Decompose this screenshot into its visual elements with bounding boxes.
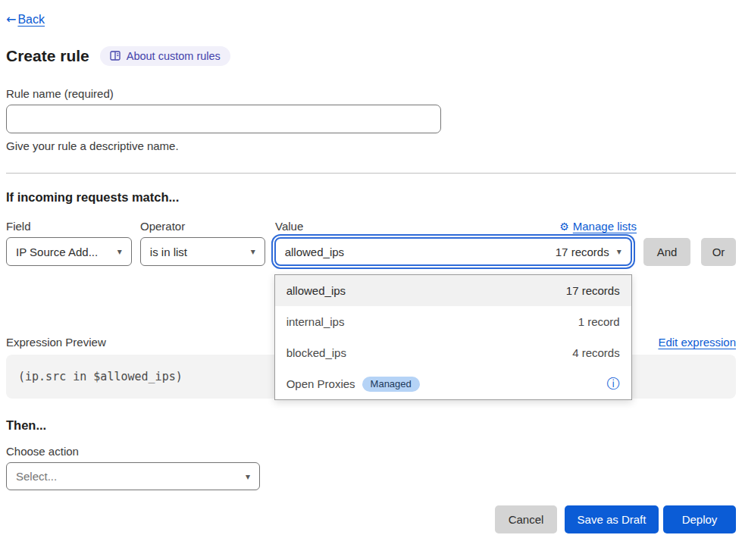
value-label: Value [275,220,303,233]
about-custom-rules-label: About custom rules [127,50,221,62]
operator-select-value: is in list [150,246,187,258]
list-item-internal-ips[interactable]: internal_ips 1 record [275,306,631,337]
match-controls-row: IP Source Add... ▾ is in list ▾ allowed_… [6,237,736,266]
back-link-row: ←Back [6,12,736,27]
list-item-open-proxies[interactable]: Open Proxies Managed ⓘ [275,368,631,399]
ip-list-dropdown: allowed_ips 17 records internal_ips 1 re… [274,274,632,400]
or-button[interactable]: Or [701,238,736,266]
managed-badge: Managed [362,377,420,392]
value-select-meta: 17 records [556,246,609,258]
about-custom-rules-link[interactable]: About custom rules [100,46,230,66]
and-button[interactable]: And [643,238,690,266]
back-arrow-icon: ← [6,12,16,27]
section-divider [6,173,736,174]
list-item-allowed-ips[interactable]: allowed_ips 17 records [275,275,631,306]
chevron-down-icon: ▾ [246,471,250,482]
gear-icon: ⚙ [559,221,569,233]
deploy-button[interactable]: Deploy [663,505,736,533]
list-item-blocked-ips[interactable]: blocked_ips 4 records [275,337,631,368]
save-as-draft-button[interactable]: Save as Draft [565,505,659,533]
rule-name-input[interactable] [6,105,441,133]
rule-name-helper: Give your rule a descriptive name. [6,139,736,152]
list-item-name: Open Proxies [286,377,355,390]
operator-label: Operator [140,220,265,233]
action-select[interactable]: Select... ▾ [6,462,260,490]
field-label: Field [6,220,132,233]
operator-select[interactable]: is in list ▾ [140,237,265,266]
manage-lists-link[interactable]: ⚙Manage lists [559,220,637,233]
title-row: Create rule About custom rules [6,46,736,66]
action-select-placeholder: Select... [16,470,57,483]
list-item-meta: 4 records [572,346,620,359]
list-item-name: allowed_ips [286,284,346,297]
list-item-name: blocked_ips [286,346,346,359]
value-select-value: allowed_ips [285,246,344,258]
list-item-name: internal_ips [286,315,345,328]
expression-code: (ip.src in $allowed_ips) [18,370,183,383]
back-link-label: Back [17,13,45,26]
field-select-value: IP Source Add... [16,246,98,258]
expression-preview-label: Expression Preview [6,336,106,349]
footer-actions: Cancel Save as Draft Deploy [6,505,736,533]
match-section-heading: If incoming requests match... [6,190,736,205]
manage-lists-label: Manage lists [573,220,637,233]
create-rule-page: ←Back Create rule About custom rules Rul… [0,0,742,533]
then-section-heading: Then... [6,418,736,433]
chevron-down-icon: ▾ [251,246,255,257]
chevron-down-icon: ▾ [117,246,122,257]
rule-name-label: Rule name (required) [6,87,736,100]
edit-expression-link[interactable]: Edit expression [658,336,736,349]
match-labels-row: Field Operator Value ⚙Manage lists [6,220,736,233]
chevron-down-icon: ▾ [617,246,621,257]
back-link[interactable]: ←Back [6,13,45,26]
field-select[interactable]: IP Source Add... ▾ [6,237,132,266]
value-select-wrap: allowed_ips 17 records ▾ allowed_ips 17 … [273,237,636,266]
page-title: Create rule [6,47,89,65]
list-item-meta: 17 records [566,284,620,297]
list-item-meta: 1 record [578,315,620,328]
info-icon[interactable]: ⓘ [607,375,620,393]
choose-action-label: Choose action [6,445,736,458]
value-select[interactable]: allowed_ips 17 records ▾ [274,237,632,266]
cancel-button[interactable]: Cancel [495,505,557,533]
book-icon [110,51,121,61]
